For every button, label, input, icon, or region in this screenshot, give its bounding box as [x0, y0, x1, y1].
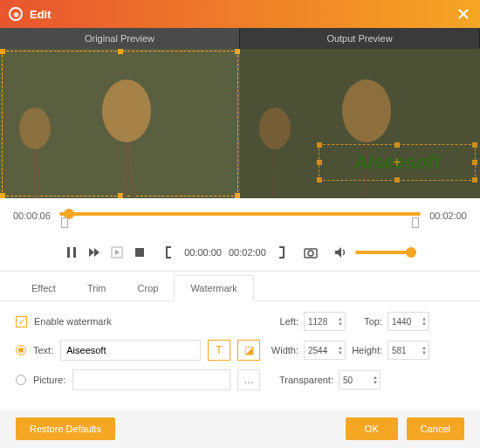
width-label: Width: — [267, 345, 298, 355]
tab-watermark[interactable]: Watermark — [174, 275, 253, 301]
cancel-button[interactable]: Cancel — [407, 417, 464, 440]
trim-start-time: 00:00:00 — [184, 247, 222, 258]
volume-slider[interactable] — [355, 251, 416, 254]
crosshair-icon: + — [393, 155, 401, 170]
timeline-total-time: 00:02:00 — [429, 210, 467, 221]
snapshot-icon[interactable] — [303, 245, 319, 260]
volume-icon[interactable] — [333, 245, 348, 260]
left-label: Left: — [267, 316, 298, 327]
top-spinner[interactable]: 1440▲▼ — [387, 312, 429, 331]
color-icon: ◪ — [244, 344, 254, 356]
tabs: Effect Trim Crop Watermark — [0, 272, 480, 301]
original-preview-label: Original Preview — [0, 28, 240, 49]
top-label: Top: — [351, 316, 382, 327]
svg-rect-4 — [67, 247, 70, 258]
pause-icon[interactable] — [64, 245, 79, 260]
original-preview-image[interactable]: + — [0, 49, 240, 198]
svg-point-2 — [259, 107, 291, 149]
picture-path-input[interactable] — [72, 369, 230, 390]
output-preview-image[interactable]: + Aiseesoft — [240, 49, 480, 198]
window-title: Edit — [30, 8, 456, 21]
output-preview-label: Output Preview — [240, 28, 480, 49]
font-button[interactable]: T — [208, 340, 230, 361]
font-icon: T — [216, 344, 222, 356]
watermark-text-input[interactable] — [60, 340, 201, 361]
app-logo-icon: ◉ — [9, 7, 23, 21]
color-button[interactable]: ◪ — [237, 340, 260, 361]
output-preview: Output Preview + Aiseesoft — [240, 28, 480, 198]
preview-area: Original Preview + Output Preview — [0, 28, 480, 198]
text-radio[interactable] — [16, 345, 26, 355]
trim-start-marker[interactable] — [61, 217, 68, 228]
watermark-overlay-box[interactable]: + Aiseesoft — [319, 144, 476, 181]
picture-radio-label: Picture: — [33, 375, 65, 385]
footer: Restore Defaults OK Cancel — [0, 410, 480, 448]
text-radio-label: Text: — [33, 345, 53, 355]
trim-end-time: 00:02:00 — [229, 247, 266, 258]
titlebar: ◉ Edit — [0, 0, 480, 28]
width-spinner[interactable]: 2544▲▼ — [304, 341, 346, 360]
timeline-track[interactable] — [59, 207, 421, 224]
ok-button[interactable]: OK — [346, 417, 398, 440]
bracket-right-icon[interactable] — [273, 245, 289, 260]
enable-watermark-checkbox[interactable]: ✓ — [16, 316, 27, 327]
playback-controls: 00:00:00 00:02:00 — [0, 233, 480, 272]
ellipsis-icon: … — [243, 374, 254, 386]
svg-rect-7 — [135, 248, 144, 257]
fast-forward-icon[interactable] — [86, 245, 102, 260]
watermark-panel: ✓ Enable watermark Left: 1128▲▼ Top: 144… — [0, 301, 480, 410]
height-label: Height: — [351, 345, 382, 355]
tab-effect[interactable]: Effect — [16, 276, 72, 300]
volume-thumb[interactable] — [406, 247, 416, 258]
svg-point-1 — [102, 79, 151, 142]
tab-trim[interactable]: Trim — [72, 276, 122, 300]
transparent-spinner[interactable]: 50▲▼ — [339, 370, 381, 389]
stop-icon[interactable] — [132, 245, 147, 260]
height-spinner[interactable]: 581▲▼ — [387, 341, 429, 360]
svg-point-9 — [308, 251, 313, 256]
tab-crop[interactable]: Crop — [122, 276, 175, 300]
step-icon[interactable] — [109, 245, 125, 260]
transparent-label: Transparent: — [267, 375, 333, 385]
original-preview: Original Preview + — [0, 28, 240, 198]
bracket-left-icon[interactable] — [161, 245, 177, 260]
svg-rect-5 — [73, 247, 76, 258]
timeline: 00:00:06 00:02:00 — [0, 198, 480, 233]
picture-radio[interactable] — [16, 375, 26, 385]
svg-point-3 — [342, 79, 391, 142]
close-icon[interactable] — [456, 6, 471, 22]
trim-end-marker[interactable] — [412, 217, 419, 228]
enable-watermark-label: Enable watermark — [34, 316, 112, 327]
timeline-current-time: 00:00:06 — [13, 210, 51, 221]
left-spinner[interactable]: 1128▲▼ — [304, 312, 346, 331]
browse-button[interactable]: … — [237, 369, 260, 390]
restore-defaults-button[interactable]: Restore Defaults — [16, 417, 115, 440]
svg-point-0 — [19, 107, 51, 149]
